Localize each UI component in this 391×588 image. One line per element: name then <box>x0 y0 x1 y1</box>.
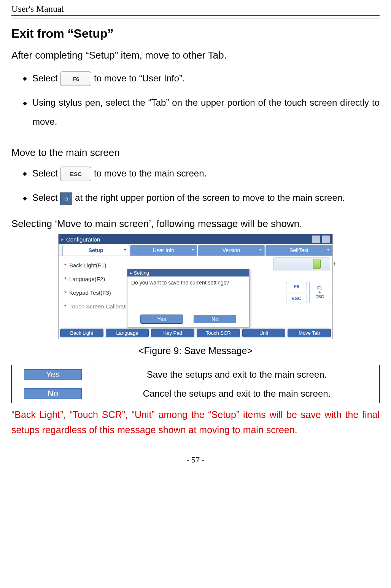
plus-icon: + <box>332 260 337 268</box>
window-titlebar: ▸ Configuration <box>59 234 332 244</box>
bullet-select-home: ◆ Select ⌂ at the right upper portion of… <box>23 188 380 207</box>
dialog-no-button[interactable]: No <box>194 315 236 323</box>
key-esc-icon: ESC <box>60 167 91 181</box>
cell-yes-desc: Save the setups and exit to the main scr… <box>94 365 380 384</box>
text-pre: Select <box>32 192 60 203</box>
dialog-title: ▸ Setting <box>127 269 249 277</box>
btn-key-pad[interactable]: Key Pad <box>151 329 194 337</box>
btn-unit[interactable]: Unit <box>242 329 286 337</box>
red-note: “Back Light”, “Touch SCR”, “Unit” among … <box>11 407 380 437</box>
bullet-select-f6: ◆ Select F6 to move to “User Info”. <box>23 69 380 88</box>
select-move-line: Selecting ‘Move to main screen’, followi… <box>11 216 380 232</box>
bullet-icon: ◆ <box>23 169 27 178</box>
btn-touch-scr[interactable]: Touch SCR <box>197 329 240 337</box>
dialog-button-row: Yes No <box>127 313 249 327</box>
bullet-content: Select ⌂ at the right upper portion of t… <box>32 188 380 207</box>
section-title: Exit from “Setup” <box>11 27 380 41</box>
asterisk-icon: * <box>62 262 69 269</box>
chevron-down-icon <box>327 249 330 251</box>
tab-setup[interactable]: Setup <box>62 245 129 256</box>
bottom-button-row: Back Light Language Key Pad Touch SCR Un… <box>59 327 332 339</box>
tab-version[interactable]: Version <box>198 245 265 256</box>
grid-f6[interactable]: F6 <box>286 282 307 291</box>
key-f6-icon: F6 <box>60 72 91 86</box>
bullet-select-esc: ◆ Select ESC to move to the main screen. <box>23 164 380 183</box>
yes-no-table: Yes Save the setups and exit to the main… <box>11 365 380 403</box>
grid-f1-esc[interactable]: F1 + ESC <box>309 282 330 303</box>
page-header: User's Manual <box>11 4 380 14</box>
text-post: at the right upper portion of the screen… <box>75 192 345 203</box>
no-chip: No <box>24 388 82 399</box>
tab-row: Setup User Info Version SelfTest <box>59 245 332 256</box>
bullet-icon: ◆ <box>23 99 27 108</box>
btn-language[interactable]: Language <box>106 329 149 337</box>
home-button-icon[interactable] <box>312 235 320 243</box>
save-dialog: ▸ Setting Do you want to save the curren… <box>127 269 250 327</box>
bullet-content: Select F6 to move to “User Info”. <box>32 69 380 88</box>
text-post: to move to “User Info”. <box>94 73 185 83</box>
asterisk-icon: * <box>62 289 69 296</box>
bullet-icon: ◆ <box>23 74 27 83</box>
tab-user-info[interactable]: User Info <box>130 245 197 256</box>
config-window: ▸ Configuration Setup User Info Version … <box>58 234 333 339</box>
text-post: to move to the main screen. <box>94 168 207 178</box>
bullet-icon: ◆ <box>23 194 27 203</box>
page: User's Manual Exit from “Setup” After co… <box>0 0 391 476</box>
text-pre: Select <box>32 168 60 178</box>
table-row: Yes Save the setups and exit to the main… <box>12 365 380 384</box>
yes-chip: Yes <box>24 369 82 380</box>
header-rule-thick <box>11 15 380 16</box>
tab-selftest[interactable]: SelfTest <box>265 245 332 256</box>
lock-button-icon[interactable] <box>322 235 330 243</box>
title-right-icons <box>312 235 330 243</box>
grid-esc[interactable]: ESC <box>286 294 307 303</box>
table-row: No Cancel the setups and exit to the mai… <box>12 384 380 403</box>
window-body: *Back Light(F1) *Language(F2) *Keypad Te… <box>59 256 332 327</box>
chevron-down-icon <box>124 249 127 251</box>
home-icon: ⌂ <box>60 192 72 205</box>
dialog-body: Do you want to save the current settings… <box>127 277 249 313</box>
asterisk-icon: * <box>62 303 69 310</box>
cell-yes-chip: Yes <box>12 365 94 384</box>
asterisk-icon: * <box>62 276 69 282</box>
bullet-stylus-tab: ◆ Using stylus pen, select the “Tab” on … <box>23 93 380 132</box>
page-number: - 57 - <box>11 455 380 465</box>
bullet-content: Using stylus pen, select the “Tab” on th… <box>32 93 380 132</box>
figure-caption: <Figure 9: Save Message> <box>11 345 380 356</box>
header-left: User's Manual <box>11 4 64 14</box>
intro-line: After completing “Setup” item, move to o… <box>11 48 380 64</box>
btn-back-light[interactable]: Back Light <box>60 329 103 337</box>
chevron-down-icon <box>191 249 194 251</box>
right-panel: + F6 F1 + ESC ESC <box>273 257 330 303</box>
chevron-down-icon <box>259 249 262 251</box>
subheading-move-main: Move to the main screen <box>11 147 380 159</box>
figure-9-container: ▸ Configuration Setup User Info Version … <box>11 234 380 339</box>
cell-no-desc: Cancel the setups and exit to the main s… <box>94 384 380 403</box>
bullet-content: Select ESC to move to the main screen. <box>32 164 380 183</box>
brightness-slider[interactable]: + <box>273 257 330 270</box>
slider-thumb[interactable] <box>313 259 321 269</box>
key-help-grid: F6 F1 + ESC ESC <box>286 282 330 303</box>
btn-move-tab[interactable]: Move Tab <box>288 329 331 337</box>
cell-no-chip: No <box>12 384 94 403</box>
chevron-right-icon: ▸ <box>61 236 64 243</box>
window-title: Configuration <box>66 236 100 243</box>
text-pre: Select <box>32 73 60 83</box>
header-rule-thin <box>11 19 380 19</box>
dialog-yes-button[interactable]: Yes <box>140 315 183 323</box>
